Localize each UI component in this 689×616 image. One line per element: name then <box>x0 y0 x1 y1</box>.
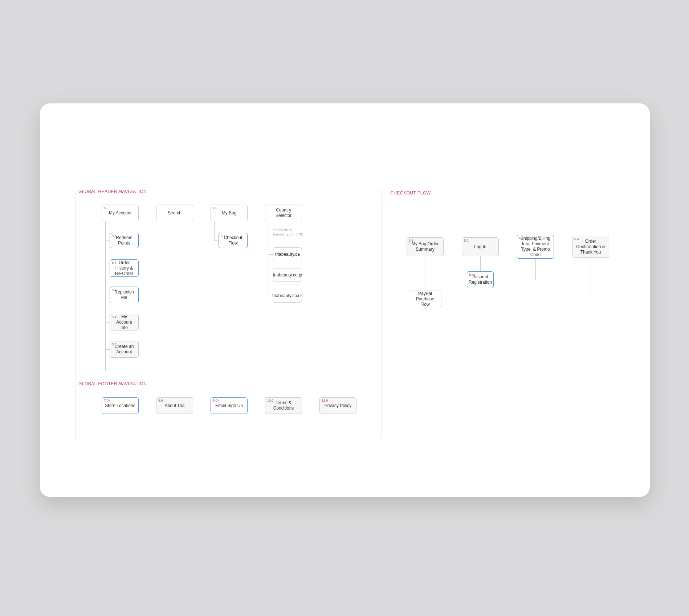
node-label: My Bag <box>222 210 237 216</box>
connector <box>494 280 535 280</box>
node-label: PayPal Purchase Flow <box>412 291 438 307</box>
connector <box>269 221 269 296</box>
node-country-jp: triabeauty.co.jp <box>273 268 302 282</box>
diagram-card: GLOBAL HEADER NAVIGATION 5.0 My Account … <box>40 103 650 497</box>
node-login: 5.0 Log In <box>462 237 499 256</box>
node-paypal: PayPal Purchase Flow <box>409 291 441 307</box>
node-number: 6.3 <box>519 236 524 240</box>
node-label: Order Confirmation & Thank You <box>575 239 606 255</box>
node-number: 6.1 <box>409 239 413 242</box>
node-label: triabeauty.co.jp <box>273 272 302 278</box>
node-account-registration: 5.4+ Account Registration <box>467 271 494 288</box>
node-my-account: 5.0 My Account <box>102 205 139 221</box>
node-number: 5.0 <box>104 206 109 210</box>
connector <box>214 241 219 241</box>
guide-line <box>76 191 76 441</box>
node-order-history: 5.2 Order History & Re-Order <box>110 259 139 277</box>
node-store-locations: 7.0+ Store Locations <box>102 397 139 414</box>
connector <box>269 254 273 255</box>
node-privacy: 11.0 Privacy Policy <box>319 397 356 414</box>
node-redeem-points: 5.1 Redeem Points <box>110 233 139 248</box>
connector <box>444 247 462 247</box>
connector <box>535 259 536 280</box>
section-footer-nav: GLOBAL FOOTER NAVIGATION <box>78 381 147 386</box>
node-number: 6.0 <box>213 206 217 210</box>
node-label: My Account <box>109 210 131 216</box>
node-search: Search <box>156 205 193 221</box>
node-label: Privacy Policy <box>325 403 352 408</box>
connector <box>105 322 110 323</box>
node-number: 7.0+ <box>104 399 110 402</box>
node-number: 9.0+ <box>213 399 219 402</box>
node-label: Store Locations <box>105 403 135 408</box>
connector <box>214 221 215 241</box>
connector <box>105 241 110 241</box>
node-number: 5.2 <box>112 261 117 264</box>
node-number: 5.1 <box>112 234 117 238</box>
node-number: 11.0 <box>322 399 328 402</box>
node-label: Country Selector <box>268 208 299 218</box>
connector <box>105 295 110 295</box>
connector-dashed <box>591 258 591 299</box>
node-number: 5.4+ <box>469 273 476 276</box>
node-number: 5.5 <box>112 342 117 346</box>
node-replenish-me: 5.3 Replenish Me <box>110 287 139 303</box>
node-label: My Bag Order Summary <box>410 241 440 252</box>
node-label: triabeauty.co.uk <box>272 293 303 299</box>
node-order-summary: 6.1 My Bag Order Summary <box>407 237 444 256</box>
node-create-account: 5.5 Create an Account <box>110 341 139 358</box>
node-country-ca: triabeauty.ca <box>273 247 302 261</box>
connector <box>480 256 481 271</box>
connector <box>105 268 110 268</box>
node-my-bag: 6.0 My Bag <box>211 205 248 221</box>
node-number: 10.0 <box>267 399 274 402</box>
node-label: Email Sign Up <box>215 403 243 408</box>
node-my-account-info: 5.4 My Account Info <box>110 314 139 330</box>
section-divider <box>381 189 382 439</box>
section-header-nav: GLOBAL HEADER NAVIGATION <box>78 189 147 194</box>
node-label: About Tria <box>165 403 185 408</box>
node-shipping-billing: 6.3 Shipping/Billing Info, Payment Type,… <box>517 235 554 259</box>
connector <box>554 247 572 247</box>
node-number: 6.1+ <box>221 234 227 238</box>
node-label: triabeauty.ca <box>275 252 300 257</box>
node-email-signup: 9.0+ Email Sign Up <box>211 397 248 414</box>
node-number: 5.0 <box>464 239 469 242</box>
node-terms: 10.0 Terms & Conditions <box>265 397 302 414</box>
section-checkout: CHECKOUT FLOW <box>390 190 431 196</box>
node-number: 5.3 <box>112 288 117 292</box>
connector-dashed <box>425 256 425 291</box>
node-number: 8.0 <box>158 399 163 402</box>
node-order-confirmation: 6.4 Order Confirmation & Thank You <box>572 236 609 258</box>
node-number: 5.4 <box>112 315 117 319</box>
node-about-tria: 8.0 About Tria <box>156 397 193 414</box>
node-number: 6.4 <box>574 237 579 241</box>
connector <box>269 275 273 275</box>
node-checkout-flow-child: 6.1+ Checkout Flow <box>219 233 248 248</box>
node-country-uk: triabeauty.co.uk <box>273 289 302 303</box>
connector <box>499 247 517 247</box>
node-label: Log In <box>474 244 486 250</box>
node-country-selector: Country Selector <box>265 205 302 221</box>
connector <box>105 349 110 350</box>
connector <box>105 221 106 371</box>
connector-dashed <box>441 299 591 299</box>
node-label: Search <box>168 210 182 216</box>
node-label: Shipping/Billing Info, Payment Type, & P… <box>520 236 551 258</box>
country-note: • Defaults to triabeauty.com (US) <box>273 228 313 237</box>
